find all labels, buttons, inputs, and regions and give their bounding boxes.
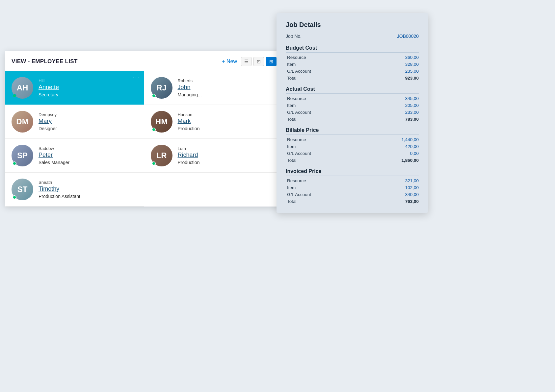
detail-label: Total	[287, 158, 297, 163]
online-indicator	[152, 94, 156, 98]
online-indicator	[13, 94, 16, 98]
emp-role: Production	[178, 160, 277, 165]
section-header-budget-cost: Budget Cost	[286, 45, 419, 51]
job-no-value: JOB00020	[397, 34, 419, 39]
detail-row-item: Item205,00	[286, 102, 419, 109]
job-no-row: Job No. JOB00020	[286, 32, 419, 40]
panel-title: VIEW - EMPLOYEE LIST	[12, 58, 218, 65]
detail-label: Total	[287, 76, 297, 81]
detail-row-resource: Resource345,00	[286, 95, 419, 102]
employee-card-roberts[interactable]: RJ Roberts John Managing...	[144, 71, 283, 105]
detail-value: 233,00	[405, 110, 419, 115]
detail-label: Resource	[287, 178, 306, 183]
emp-role: Secretary	[39, 92, 137, 97]
emp-info: Hanson Mark Production	[178, 112, 277, 131]
detail-row-gl-account: G/L Account0,00	[286, 150, 419, 157]
employee-card-timothy[interactable]: ST Sneath Timothy Production Assistant	[5, 173, 144, 207]
avatar-wrap: ST	[12, 179, 33, 200]
employee-card-hanson[interactable]: HM Hanson Mark Production	[144, 105, 283, 139]
detail-row-total: Total783,00	[286, 116, 419, 123]
detail-label: Total	[287, 117, 297, 122]
detail-value: 345,00	[405, 96, 419, 101]
emp-role: Designer	[39, 126, 137, 131]
emp-info: Lum Richard Production	[178, 146, 277, 165]
detail-row-item: Item420,00	[286, 143, 419, 150]
online-indicator	[152, 161, 156, 165]
avatar-wrap: DM	[12, 111, 33, 133]
section-header-actual-cost: Actual Cost	[286, 86, 419, 92]
emp-last-name: Sneath	[39, 180, 137, 185]
detail-label: Total	[287, 199, 297, 204]
detail-label: Resource	[287, 55, 306, 60]
employees-grid: AH Hill Annette Secretary ··· RJ Roberts…	[5, 71, 283, 207]
employee-card-lum[interactable]: LR Lum Richard Production	[144, 139, 283, 173]
panel-header: VIEW - EMPLOYEE LIST + New ☰ ⊡ ⊞	[5, 51, 283, 71]
section-header-invoiced-price: Invoiced Price	[286, 168, 419, 174]
detail-row-gl-account: G/L Account340,00	[286, 191, 419, 198]
avatar-wrap: SP	[12, 145, 33, 166]
detail-value: 763,00	[405, 199, 419, 204]
emp-first-name[interactable]: Annette	[39, 84, 137, 91]
detail-row-total: Total763,00	[286, 198, 419, 205]
employee-card-annette[interactable]: AH Hill Annette Secretary ···	[5, 71, 144, 105]
avatar-wrap: AH	[12, 77, 33, 99]
emp-last-name: Hanson	[178, 112, 277, 117]
detail-value: 923,00	[405, 76, 419, 81]
detail-value: 0,00	[410, 151, 419, 156]
detail-value: 321,00	[405, 178, 419, 183]
emp-first-name[interactable]: Mary	[39, 118, 137, 125]
avatar-wrap: HM	[151, 111, 172, 133]
avatar-wrap: RJ	[151, 77, 172, 99]
view-icons: ☰ ⊡ ⊞	[241, 57, 277, 66]
detail-label: Item	[287, 144, 296, 149]
grid-view-button[interactable]: ⊞	[266, 57, 277, 66]
detail-value: 1,440,00	[401, 137, 419, 142]
detail-label: G/L Account	[287, 192, 311, 197]
online-indicator	[13, 161, 16, 165]
job-no-label: Job No.	[286, 34, 302, 39]
emp-last-name: Dempsey	[39, 112, 137, 117]
detail-value: 205,00	[405, 103, 419, 108]
detail-row-resource: Resource321,00	[286, 177, 419, 184]
avatar: DM	[12, 111, 33, 133]
emp-first-name[interactable]: Mark	[178, 118, 277, 125]
detail-label: Item	[287, 185, 296, 190]
emp-info: Saddow Peter Sales Manager	[39, 146, 137, 165]
avatar-wrap: LR	[151, 145, 172, 166]
more-options-button[interactable]: ···	[133, 74, 140, 81]
section-header-billable-price: Billable Price	[286, 127, 419, 133]
detail-value: 235,00	[405, 69, 419, 74]
employee-card-mary[interactable]: DM Dempsey Mary Designer	[5, 105, 144, 139]
emp-role: Production Assistant	[39, 194, 137, 199]
emp-first-name[interactable]: Richard	[178, 152, 277, 159]
detail-row-resource: Resource1,440,00	[286, 136, 419, 143]
employee-card-peter[interactable]: SP Saddow Peter Sales Manager	[5, 139, 144, 173]
detail-row-total: Total1,860,00	[286, 157, 419, 164]
emp-role: Production	[178, 126, 277, 131]
detail-row-total: Total923,00	[286, 75, 419, 82]
new-button[interactable]: + New	[222, 59, 237, 64]
emp-role: Sales Manager	[39, 160, 137, 165]
detail-label: Resource	[287, 137, 306, 142]
emp-last-name: Roberts	[178, 78, 277, 83]
section-divider	[286, 93, 419, 94]
employee-list-panel: VIEW - EMPLOYEE LIST + New ☰ ⊡ ⊞ AH Hill…	[5, 51, 283, 207]
detail-label: G/L Account	[287, 110, 311, 115]
emp-first-name[interactable]: John	[178, 84, 277, 91]
detail-row-resource: Resource360,00	[286, 54, 419, 61]
emp-first-name[interactable]: Peter	[39, 152, 137, 159]
detail-label: Item	[287, 62, 296, 67]
detail-row-item: Item328,00	[286, 61, 419, 68]
emp-info: Roberts John Managing...	[178, 78, 277, 97]
emp-first-name[interactable]: Timothy	[39, 185, 137, 192]
detail-row-gl-account: G/L Account235,00	[286, 68, 419, 75]
detail-label: G/L Account	[287, 151, 311, 156]
tile-view-button[interactable]: ⊡	[253, 57, 264, 66]
detail-value: 783,00	[405, 117, 419, 122]
emp-info: Hill Annette Secretary	[39, 78, 137, 97]
emp-last-name: Lum	[178, 146, 277, 151]
list-view-button[interactable]: ☰	[241, 57, 251, 66]
detail-label: Item	[287, 103, 296, 108]
online-indicator	[13, 195, 16, 199]
job-details-title: Job Details	[286, 21, 419, 29]
